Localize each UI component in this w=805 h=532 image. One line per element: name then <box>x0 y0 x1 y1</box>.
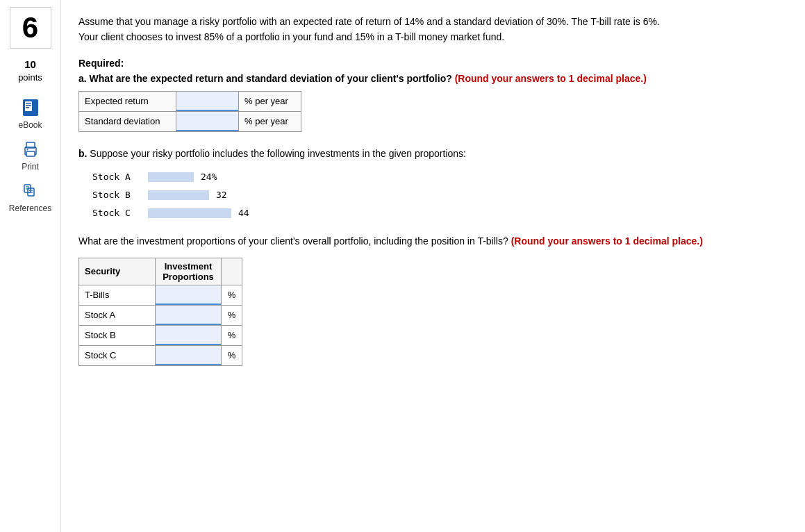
points-value: 10 <box>24 58 36 70</box>
stock-c-value: 44 <box>238 204 259 222</box>
part-a-table: Expected return % per year Standard devi… <box>78 91 301 132</box>
table-row: T-Bills % <box>79 285 242 305</box>
stock-c-unit: % <box>222 345 242 365</box>
expected-return-label: Expected return <box>79 91 176 111</box>
references-icon <box>22 183 40 201</box>
ebook-icon <box>21 98 40 117</box>
stock-b-input-cell <box>156 325 222 345</box>
std-dev-label: Standard deviation <box>79 111 176 131</box>
stock-c-input-cell <box>156 345 222 365</box>
stock-a-unit: % <box>222 305 242 325</box>
stock-proportions-list: Stock A 24% Stock B 32 Stock C 44 <box>92 168 784 222</box>
stock-a-proportion-input[interactable] <box>156 306 221 325</box>
std-dev-unit: % per year <box>239 111 301 131</box>
required-label: Required: <box>78 58 784 69</box>
stock-b-row: Stock B 32 <box>92 186 784 204</box>
main-content: Assume that you manage a risky portfolio… <box>61 0 805 532</box>
std-dev-input-cell <box>176 111 239 131</box>
problem-description: Assume that you manage a risky portfolio… <box>78 14 784 45</box>
print-label: Print <box>22 162 39 172</box>
std-dev-input[interactable] <box>176 112 238 131</box>
unit-header <box>222 258 242 285</box>
investment-question: What are the investment proportions of y… <box>78 233 784 249</box>
page-wrapper: 6 10 points eBook Print <box>0 0 805 532</box>
references-button[interactable]: References <box>6 178 56 217</box>
table-row: Expected return % per year <box>79 91 301 111</box>
svg-rect-2 <box>26 103 31 104</box>
print-button[interactable]: Print <box>6 137 56 176</box>
points-label: 10 points <box>18 57 42 84</box>
tbills-unit: % <box>222 285 242 305</box>
references-label: References <box>9 203 51 213</box>
stock-a-bar <box>148 172 194 182</box>
stock-c-proportion-input[interactable] <box>156 346 221 365</box>
stock-a-input-cell <box>156 305 222 325</box>
expected-return-input[interactable] <box>176 92 238 111</box>
expected-return-input-cell <box>176 91 239 111</box>
stock-c-label: Stock C <box>79 345 156 365</box>
stock-b-name: Stock B <box>92 186 148 204</box>
table-row: Stock A % <box>79 305 242 325</box>
investment-proportions-header: InvestmentProportions <box>156 258 222 285</box>
svg-rect-4 <box>26 107 29 108</box>
stock-c-name: Stock C <box>92 204 148 222</box>
tbills-input-cell <box>156 285 222 305</box>
stock-b-value: 32 <box>216 186 237 204</box>
table-row: Standard deviation % per year <box>79 111 301 131</box>
table-row: Stock C % <box>79 345 242 365</box>
svg-point-8 <box>26 149 28 151</box>
points-text: points <box>18 72 42 83</box>
svg-rect-7 <box>26 151 35 156</box>
table-header-row: Security InvestmentProportions <box>79 258 242 285</box>
expected-return-unit: % per year <box>239 91 301 111</box>
part-b-intro: b. Suppose your risky portfolio includes… <box>78 146 784 161</box>
stock-a-name: Stock A <box>92 168 148 186</box>
stock-b-unit: % <box>222 325 242 345</box>
stock-a-label: Stock A <box>79 305 156 325</box>
sidebar: 6 10 points eBook Print <box>0 0 61 532</box>
part-b-table: Security InvestmentProportions T-Bills %… <box>78 258 242 366</box>
ebook-button[interactable]: eBook <box>6 94 56 134</box>
table-row: Stock B % <box>79 325 242 345</box>
stock-b-label: Stock B <box>79 325 156 345</box>
stock-b-bar <box>148 190 209 200</box>
tbills-label: T-Bills <box>79 285 156 305</box>
svg-rect-3 <box>26 105 31 106</box>
print-icon <box>22 141 40 159</box>
part-a-label: a. What are the expected return and stan… <box>78 73 784 84</box>
stock-b-proportion-input[interactable] <box>156 326 221 345</box>
stock-c-row: Stock C 44 <box>92 204 784 222</box>
tbills-input[interactable] <box>156 285 221 305</box>
stock-a-value: 24% <box>201 168 222 186</box>
stock-c-bar <box>148 208 231 218</box>
stock-a-row: Stock A 24% <box>92 168 784 186</box>
ebook-label: eBook <box>18 120 42 130</box>
question-number: 6 <box>10 7 51 49</box>
security-header: Security <box>79 258 156 285</box>
